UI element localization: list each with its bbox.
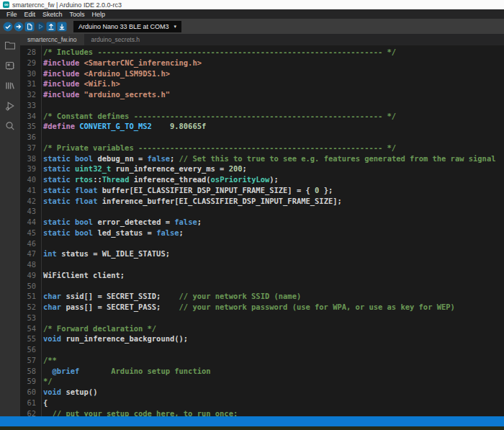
line-number: 41	[20, 185, 36, 196]
tab-smartercnc_fw.ino[interactable]: smartercnc_fw.ino	[20, 34, 84, 45]
line-number: 31	[20, 79, 36, 89]
code-text: #include <Arduino_LSM9DS1.h>	[36, 68, 170, 79]
board-selector[interactable]: Arduino Nano 33 BLE at COM3 ▾	[73, 21, 181, 32]
code-line: 42static float inference_buffer[EI_CLASS…	[20, 196, 504, 207]
line-number: 32	[20, 89, 36, 100]
code-text: static rtos::Thread inference_thread(osP…	[36, 174, 279, 185]
code-text	[36, 206, 43, 217]
code-text: void run_inference_background();	[36, 333, 188, 344]
window-titlebar: ∞ smartercnc_fw | Arduino IDE 2.0.0-rc3	[0, 0, 504, 9]
line-number: 56	[20, 344, 36, 355]
line-number: 38	[20, 153, 36, 164]
code-text: WiFiClient client;	[36, 270, 125, 281]
new-sketch-button[interactable]	[24, 22, 35, 32]
boards-manager-icon[interactable]	[4, 59, 17, 71]
code-line: 59*/	[20, 376, 504, 387]
menu-help[interactable]: Help	[89, 11, 109, 18]
code-text: @brief Arduino setup function	[36, 366, 211, 377]
code-line: 58 @brief Arduino setup function	[20, 366, 504, 377]
code-text	[36, 313, 43, 323]
search-icon[interactable]	[4, 120, 17, 132]
code-line: 39static uint32_t run_inference_every_ms…	[20, 164, 504, 174]
line-number: 61	[20, 398, 36, 408]
code-text: #include "arduino_secrets.h"	[36, 89, 170, 100]
gutter-divider	[41, 45, 42, 416]
tab-arduino_secrets.h[interactable]: arduino_secrets.h	[84, 34, 148, 45]
code-line: 30#include <Arduino_LSM9DS1.h>	[20, 68, 504, 79]
code-line: 35#define CONVERT_G_TO_MS2 9.80665f	[20, 121, 504, 132]
open-button[interactable]	[46, 22, 56, 32]
code-text: static float inference_buffer[EI_CLASSIF…	[36, 196, 342, 207]
code-editor[interactable]: 28/* Includes --------------------------…	[20, 45, 504, 416]
code-line: 55void run_inference_background();	[20, 333, 504, 344]
line-number: 51	[20, 291, 36, 302]
code-line: 44static bool error_detected = false;	[20, 217, 504, 228]
line-number: 48	[20, 259, 36, 270]
line-number: 53	[20, 313, 36, 323]
line-number: 46	[20, 238, 36, 249]
code-line: 61{	[20, 398, 504, 408]
line-number: 37	[20, 143, 36, 153]
line-number: 49	[20, 270, 36, 281]
toolbar: Arduino Nano 33 BLE at COM3 ▾	[0, 19, 504, 34]
menu-file[interactable]: File	[3, 11, 21, 18]
code-line: 38static bool debug_nn = false; // Set t…	[20, 153, 504, 164]
code-line: 50	[20, 281, 504, 292]
code-text	[36, 259, 43, 270]
line-number: 50	[20, 281, 36, 292]
code-line: 46	[20, 238, 504, 249]
code-line: 52char pass[] = SECRET_PASS; // your net…	[20, 302, 504, 313]
debug-panel-icon[interactable]	[4, 99, 17, 112]
window-title: smartercnc_fw | Arduino IDE 2.0.0-rc3	[12, 1, 122, 9]
verify-button[interactable]	[3, 22, 13, 32]
code-text: /* Forward declaration */	[36, 323, 156, 334]
code-text: #include <WiFi.h>	[36, 79, 120, 89]
menu-tools[interactable]: Tools	[66, 11, 89, 18]
code-text: int status = WL_IDLE_STATUS;	[36, 248, 170, 259]
activity-bar	[0, 34, 20, 416]
library-manager-icon[interactable]	[4, 79, 17, 91]
code-line: 60void setup()	[20, 387, 504, 398]
code-line: 62 // put your setup code here, to run o…	[20, 408, 504, 417]
board-selector-label: Arduino Nano 33 BLE at COM3	[78, 23, 169, 30]
menu-edit[interactable]: Edit	[21, 11, 40, 18]
menu-sketch[interactable]: Sketch	[39, 11, 66, 18]
code-line: 40static rtos::Thread inference_thread(o…	[20, 174, 504, 185]
code-line: 49WiFiClient client;	[20, 270, 504, 281]
code-text: static float buffer[EI_CLASSIFIER_DSP_IN…	[36, 185, 333, 196]
code-text: static uint32_t run_inference_every_ms =…	[36, 164, 247, 174]
line-number: 39	[20, 164, 36, 174]
debug-button[interactable]	[35, 22, 45, 32]
code-text	[36, 100, 43, 111]
tab-bar: smartercnc_fw.inoarduino_secrets.h	[20, 34, 504, 45]
code-line: 51char ssid[] = SECRET_SSID; // your net…	[20, 291, 504, 302]
code-text: #include <SmarterCNC_inferencing.h>	[36, 58, 202, 68]
code-line: 29#include <SmarterCNC_inferencing.h>	[20, 58, 504, 68]
code-line: 37/* Private variables -----------------…	[20, 143, 504, 153]
line-number: 54	[20, 323, 36, 334]
sketchbook-folder-icon[interactable]	[4, 39, 17, 51]
code-line: 33	[20, 100, 504, 111]
code-text: // put your setup code here, to run once…	[36, 408, 238, 417]
line-number: 47	[20, 248, 36, 259]
code-text	[36, 238, 43, 249]
code-line: 34/* Constant defines ------------------…	[20, 111, 504, 122]
line-number: 58	[20, 366, 36, 377]
line-number: 33	[20, 100, 36, 111]
line-number: 35	[20, 121, 36, 132]
code-text: char pass[] = SECRET_PASS; // your netwo…	[36, 302, 455, 313]
code-text: /* Includes ----------------------------…	[36, 47, 396, 58]
code-line: 48	[20, 259, 504, 270]
code-text: */	[36, 376, 53, 387]
code-line: 41static float buffer[EI_CLASSIFIER_DSP_…	[20, 185, 504, 196]
upload-button[interactable]	[14, 22, 24, 32]
line-number: 42	[20, 196, 36, 207]
code-line: 57/**	[20, 355, 504, 366]
bottom-edge	[0, 426, 504, 430]
code-line: 28/* Includes --------------------------…	[20, 47, 504, 58]
code-line: 43	[20, 206, 504, 217]
line-number: 28	[20, 47, 36, 58]
code-line: 31#include <WiFi.h>	[20, 79, 504, 89]
save-button[interactable]	[57, 22, 67, 32]
code-text: #define CONVERT_G_TO_MS2 9.80665f	[36, 121, 206, 132]
